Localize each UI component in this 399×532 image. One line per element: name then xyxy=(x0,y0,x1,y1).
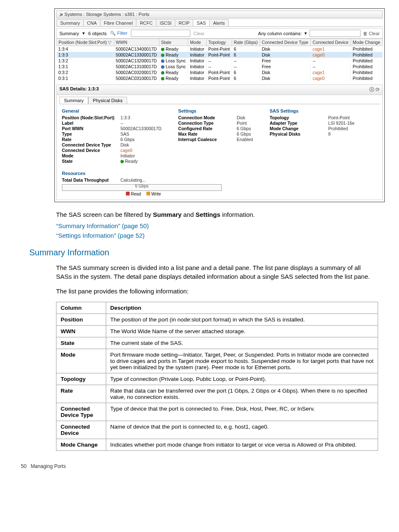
details-panel: SAS Details: 1:3:3 ⓧ ⟳ SummaryPhysical D… xyxy=(56,85,383,200)
tab-summary[interactable]: Summary xyxy=(56,19,84,26)
desc-row: Connected Device TypeType of device that… xyxy=(56,403,378,421)
subtab-physical-disks[interactable]: Physical Disks xyxy=(88,97,127,104)
column-header[interactable]: State xyxy=(159,39,188,46)
tab-iscsi[interactable]: iSCSI xyxy=(156,19,175,26)
column-header[interactable]: Position (Node:Slot:Port) ▽ xyxy=(57,39,114,46)
tab-sas[interactable]: SAS xyxy=(193,19,210,26)
table-row[interactable]: 0:3:250002AC03200017DReadyInitiatorPoint… xyxy=(57,69,383,75)
clear-right-button[interactable]: 🗑 Clear xyxy=(363,31,380,36)
desc-row: RateRate that data can be transferred ov… xyxy=(56,385,378,403)
search-input[interactable] xyxy=(309,30,361,37)
table-row[interactable]: 1:3:450002AC13400017DReadyInitiatorPoint… xyxy=(57,46,383,52)
ports-table: Position (Node:Slot:Port) ▽WWNStateModeT… xyxy=(56,39,383,81)
details-title: SAS Details: 1:3:3 xyxy=(59,86,99,93)
para1: The SAS summary screen is divided into a… xyxy=(56,264,378,281)
desc-row: ModePort firmware mode setting—Initiator… xyxy=(56,349,378,373)
panel-icons[interactable]: ⓧ ⟳ xyxy=(369,86,380,93)
app-screenshot: ≽ Systems : Storage Systems : s381 : Por… xyxy=(54,8,385,202)
link-summary-info[interactable]: “Summary Information” (page 50) xyxy=(56,221,386,231)
intro-text: The SAS screen can be filtered by Summar… xyxy=(56,211,378,219)
table-row[interactable]: 0:3:150002AC03100017DReadyInitiatorPoint… xyxy=(57,75,383,81)
column-header[interactable]: Mode xyxy=(188,39,207,46)
subtab-summary[interactable]: Summary xyxy=(59,97,88,104)
desc-row: TopologyType of connection (Private Loop… xyxy=(56,373,378,385)
desc-row: Mode ChangeIndicates whether port mode c… xyxy=(56,439,378,451)
sas-settings-col: SAS Settings TopologyPoint-PointAdapter … xyxy=(270,108,355,164)
section-heading: Summary Information xyxy=(29,248,386,257)
table-row[interactable]: 1:3:250002AC13200017DLoss SyncInitiator-… xyxy=(57,58,383,64)
para2: The list pane provides the following inf… xyxy=(56,287,378,296)
throughput-bar: 6 Gbps xyxy=(62,184,222,191)
resources-section: Resources Total Data ThroughputCalculati… xyxy=(59,169,380,198)
description-table: ColumnDescription PositionThe position o… xyxy=(56,302,378,451)
object-count: 6 objects xyxy=(88,31,107,36)
toolbar-summary-label[interactable]: Summary xyxy=(59,31,79,36)
general-col: General Position (Node:Slot:Port)1:3:3La… xyxy=(62,108,161,164)
column-header[interactable]: Connected Device xyxy=(311,39,351,46)
table-row[interactable]: 1:3:350002AC13300017DReadyInitiatorPoint… xyxy=(57,52,383,58)
any-column-label: Any column contains: xyxy=(258,31,302,36)
link-settings-info[interactable]: “Settings Information” (page 52) xyxy=(56,231,386,241)
desc-row: WWNThe World Wide Name of the server att… xyxy=(56,326,378,337)
tab-fibre-channel[interactable]: Fibre Channel xyxy=(100,19,136,26)
toolbar: Summary ▾ 6 objects 🔍 Filter Clear Any c… xyxy=(56,28,383,39)
page-footer: 50 Managing Ports xyxy=(21,463,386,469)
filter-input[interactable] xyxy=(131,30,190,37)
settings-col: Settings Connection ModeDiskConnection T… xyxy=(178,108,253,164)
desc-row: PositionThe position of the port (in nod… xyxy=(56,314,378,326)
top-tab-bar: SummaryCNAFibre ChannelRCFCiSCSIRCIPSASA… xyxy=(56,19,383,27)
table-row[interactable]: 1:3:150002AC13100017DLoss SyncInitiator-… xyxy=(57,64,383,69)
clear-button[interactable]: Clear xyxy=(194,31,205,36)
desc-row: StateThe current state of the SAS. xyxy=(56,337,378,349)
desc-row: Connected DeviceName of device that the … xyxy=(56,421,378,439)
legend: Read Write xyxy=(62,192,221,196)
column-header[interactable]: Rate (Gbps) xyxy=(232,39,260,46)
tab-rcip[interactable]: RCIP xyxy=(175,19,193,26)
column-header[interactable]: Connected Device Type xyxy=(260,39,311,46)
column-header[interactable]: Topology xyxy=(207,39,232,46)
details-subtabs: SummaryPhysical Disks xyxy=(59,97,380,104)
breadcrumb: ≽ Systems : Storage Systems : s381 : Por… xyxy=(56,10,383,18)
column-header[interactable]: WWN xyxy=(114,39,159,46)
tab-cna[interactable]: CNA xyxy=(83,19,100,26)
filter-link[interactable]: 🔍 Filter xyxy=(110,31,128,36)
tab-alerts[interactable]: Alerts xyxy=(209,19,228,26)
column-header[interactable]: Mode Change xyxy=(351,39,383,46)
tab-rcfc[interactable]: RCFC xyxy=(136,19,156,26)
